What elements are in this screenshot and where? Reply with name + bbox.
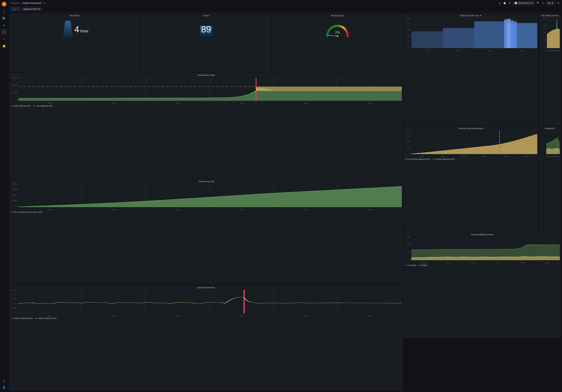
network-x-labels: 12:00 16:00 20:00 00:00 — [546, 156, 560, 157]
zoom-out-icon[interactable]: 🔍 — [536, 1, 540, 5]
svg-rect-16 — [411, 31, 443, 48]
save-icon[interactable]: 💾 — [503, 1, 507, 5]
time-range-button[interactable]: 🕐 Last 24 hours ▼ — [513, 1, 535, 5]
expired-chart-area: 2.50 2 1.50 1 0.500 0 — [10, 289, 402, 317]
svg-rect-17 — [443, 28, 474, 48]
legend-connected-dot — [405, 265, 408, 266]
instance-select[interactable]: ublog.tech:9121 ▼ — [22, 7, 42, 11]
share-icon[interactable]: ⸻ — [47, 1, 51, 5]
sidebar: G ☰ 🔍 ★ ☷ ✦ 🔔 ⚙ 👤 — [0, 0, 8, 392]
legend-expired-dot — [11, 318, 13, 319]
panel-expired-title: Expired/Evicted Keys — [10, 286, 402, 289]
chevron-down-icon[interactable]: ▼ — [480, 14, 481, 17]
gauge-container: 2% — [272, 17, 402, 41]
app-logo[interactable]: G — [1, 1, 7, 7]
uptime-value: 4 — [74, 25, 79, 34]
commands-chart-area: 1.25 K 1 K 750 500 250 0 — [404, 17, 538, 52]
uptime-unit: hour — [80, 29, 89, 33]
topbar: Mastodon / Redis Dashboard ★ ⸻ ◫ 💾 ⚙ 🕐 L… — [8, 0, 562, 6]
items-y-labels: 80000 60000 40000 20000 0 — [10, 183, 18, 207]
connected-svg — [411, 237, 560, 260]
hits-y-labels: 400 300 200 100 0 — [539, 17, 546, 48]
panel-memory-title: Memory Usage — [272, 13, 402, 17]
items-db-legend: db0, ublog.tech:9121 Current: 72109 — [10, 211, 402, 214]
sidebar-item-search[interactable]: 🔍 — [1, 15, 7, 22]
clients-container: 89 — [141, 17, 271, 41]
expiring-svg — [411, 131, 537, 154]
expired-x-labels: 04:00 08:00 12:00 16:00 20:00 00:00 — [17, 315, 402, 317]
connected-x-labels: 04:00 08:00 12:00 16:00 20:00 00:00 — [411, 262, 560, 264]
sidebar-item-settings[interactable]: ⚙ — [1, 378, 7, 384]
sidebar-item-user[interactable]: 👤 — [1, 384, 7, 390]
legend-used-dot — [11, 106, 13, 106]
sidebar-item-dashboards[interactable]: ☷ — [1, 29, 7, 35]
legend-expiring-dot — [432, 159, 435, 159]
chevron-down-icon: ▼ — [39, 8, 41, 10]
svg-point-5 — [337, 35, 338, 37]
chevron-down-icon: ▼ — [531, 2, 533, 4]
svg-rect-23 — [514, 22, 517, 48]
memory-y-labels: 1.40 GiB 954 MiB 477 MiB 0 B — [10, 77, 18, 101]
sidebar-item-alerts[interactable]: 🔔 — [1, 43, 7, 49]
topbar-left: Mastodon / Redis Dashboard ★ ⸻ — [10, 1, 497, 5]
hits-chart-area: 400 300 200 100 0 — [539, 17, 561, 52]
panel-clients: Clients 89 — [141, 13, 271, 72]
legend-blocked: blocked — [418, 264, 427, 266]
menu-icon[interactable]: ☰ — [557, 1, 560, 5]
uptime-container: 4 hour — [10, 17, 140, 41]
svg-rect-21 — [507, 19, 510, 48]
interval-button[interactable]: 5m ▼ — [546, 1, 555, 5]
sidebar-item-explore[interactable]: ✦ — [1, 36, 7, 42]
panel-commands-title: Total Commands / sec ▼ — [404, 13, 538, 17]
sidebar-item-starred[interactable]: ★ — [1, 22, 7, 28]
legend-not-expiring-dot — [405, 159, 408, 159]
legend-max-dot — [33, 106, 35, 106]
total-memory-legend: used, ublog.tech:9121 max, ublog.tech:91… — [10, 104, 402, 108]
star-icon[interactable]: ★ — [43, 1, 46, 5]
legend-evicted: evicted, ublog.tech:9121 — [35, 317, 57, 319]
svg-rect-22 — [511, 21, 514, 48]
panel-memory-gauge: Memory Usage — [272, 13, 403, 72]
settings-icon[interactable]: ⚙ — [508, 1, 511, 5]
panel-items-db: Total Items per DB 80000 60000 40000 200… — [10, 179, 403, 284]
expired-y-labels: 2.50 2 1.50 1 0.500 0 — [10, 289, 17, 313]
clients-value: 89 — [201, 25, 211, 34]
svg-marker-2 — [63, 21, 73, 38]
legend-max: max, ublog.tech:9121 — [33, 105, 53, 107]
panel-expiring-title: Expiring vs Not-Expiring Keys — [404, 126, 538, 130]
interval-label: 5m — [548, 2, 551, 4]
sidebar-toggle[interactable]: ☰ — [1, 9, 7, 15]
legend-used: used, ublog.tech:9121 — [11, 105, 31, 107]
legend-db0-dot — [11, 212, 13, 212]
expiring-x-labels: 04:00 08:00 12:00 16:00 20:00 00:00 — [411, 156, 537, 157]
total-memory-chart-area: 1.40 GiB 954 MiB 477 MiB 0 B — [10, 77, 402, 104]
expiring-y-labels: 80 K 60 K 40 K 20 K 0 — [404, 130, 411, 154]
panel-network-title: Network I/O — [539, 126, 561, 130]
panel-network: Network I/O — [539, 126, 561, 231]
expired-legend: expired, ublog.tech:9121 evicted, ublog.… — [10, 317, 402, 320]
svg-rect-18 — [474, 22, 506, 48]
legend-not-expiring: not expiring, ublog.tech:9121 — [405, 158, 430, 160]
subbar: instance ublog.tech:9121 ▼ — [8, 6, 562, 12]
uptime-chart — [61, 19, 75, 40]
panel-connected-title: Connected/Blocked Clients — [404, 233, 561, 236]
svg-text:2%: 2% — [335, 31, 340, 34]
breadcrumb-title: Redis Dashboard — [23, 2, 41, 4]
chevron-down-icon: ▼ — [551, 2, 553, 4]
legend-connected: connected — [405, 264, 416, 266]
breadcrumb: Mastodon / Redis Dashboard — [10, 2, 41, 4]
add-panel-icon[interactable]: ◫ — [498, 1, 501, 5]
main-content: Mastodon / Redis Dashboard ★ ⸻ ◫ 💾 ⚙ 🕐 L… — [8, 0, 562, 392]
connected-y-labels: 150 100 50 0 — [404, 236, 411, 260]
panel-hits-title: Hits / Misses per Sec — [539, 13, 561, 17]
panel-expiring: Expiring vs Not-Expiring Keys 80 K 60 K … — [404, 126, 538, 231]
network-svg — [546, 131, 560, 154]
items-db-svg — [18, 184, 402, 207]
breadcrumb-sep: / — [22, 2, 22, 4]
network-chart-area: 12:00 16:00 20:00 00:00 — [539, 130, 561, 157]
refresh-icon[interactable]: ↻ — [541, 1, 545, 5]
expiring-chart-area: 80 K 60 K 40 K 20 K 0 — [404, 130, 538, 157]
svg-text:G: G — [3, 3, 5, 5]
hits-svg — [547, 18, 560, 48]
items-db-chart-area: 80000 60000 40000 20000 0 — [10, 183, 402, 211]
